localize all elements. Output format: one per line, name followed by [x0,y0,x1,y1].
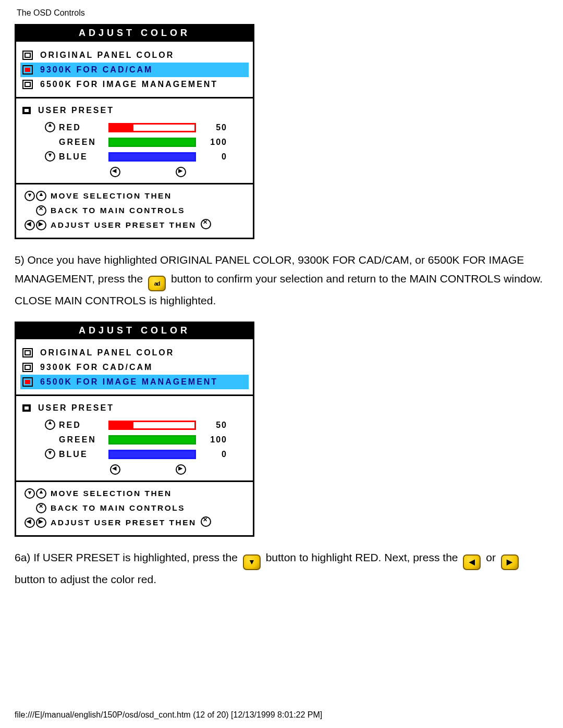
menu-option-9300k[interactable]: 9300K FOR CAD/CAM [20,63,249,77]
menu-option-6500k[interactable]: 6500K FOR IMAGE MANAGEMENT [20,77,249,92]
up-arrow-icon [36,488,46,499]
close-icon [201,516,211,527]
hint-adjust: ADJUST USER PRESET THEN [21,218,248,232]
channel-label: RED [56,123,108,132]
menu-option-original[interactable]: ORIGINAL PANEL COLOR [20,48,249,63]
close-icon [201,219,211,229]
green-value: 100 [201,435,227,445]
menu-label: USER PRESET [38,403,114,413]
right-arrow-icon [176,464,186,475]
red-value: 50 [201,123,227,132]
text: button to adjust the color red. [15,573,156,585]
box-icon [22,363,33,372]
right-arrow-icon [176,167,186,177]
close-icon [36,205,46,216]
menu-option-user-preset[interactable]: USER PRESET [20,401,249,415]
left-arrow-icon [110,167,120,177]
menu-label: ORIGINAL PANEL COLOR [40,348,174,357]
up-arrow-icon [44,419,56,431]
blue-value: 0 [201,450,227,459]
channel-label: GREEN [56,138,108,147]
menu-option-6500k[interactable]: 6500K FOR IMAGE MANAGEMENT [20,375,249,389]
ok-button-icon [148,276,166,291]
hint-back: BACK TO MAIN CONTROLS [21,501,248,515]
osd-panel-1: ADJUST COLOR ORIGINAL PANEL COLOR 9300K … [15,24,254,239]
down-arrow-icon [25,191,35,201]
channel-row-red: RED 50 [20,120,249,135]
hint-text: MOVE SELECTION THEN [51,191,172,201]
left-button-icon [463,554,481,570]
hint-adjust: ADJUST USER PRESET THEN [21,515,248,530]
down-arrow-icon [44,449,56,461]
page-header: The OSD Controls [15,6,548,24]
osd-panel-2: ADJUST COLOR ORIGINAL PANEL COLOR 9300K … [15,322,254,537]
red-value: 50 [201,421,227,430]
box-icon [22,107,31,114]
menu-label: ORIGINAL PANEL COLOR [40,51,174,60]
menu-label: USER PRESET [38,106,114,115]
down-arrow-icon [25,488,35,499]
menu-label: 6500K FOR IMAGE MANAGEMENT [40,377,218,387]
channel-row-blue: BLUE 0 [20,447,249,462]
hint-text: MOVE SELECTION THEN [51,489,172,498]
close-icon [36,503,46,513]
box-icon [22,51,33,60]
channel-row-green: GREEN 100 [20,135,249,150]
down-arrow-icon [44,151,56,163]
hint-text: BACK TO MAIN CONTROLS [51,503,185,513]
text: 6a) If USER PRESET is highlighted, press… [15,551,241,563]
hint-text: ADJUST USER PRESET THEN [51,220,197,230]
green-slider[interactable] [108,138,196,147]
instruction-step-6a: 6a) If USER PRESET is highlighted, press… [15,548,548,589]
menu-label: 9300K FOR CAD/CAM [40,65,153,75]
menu-option-original[interactable]: ORIGINAL PANEL COLOR [20,346,249,360]
osd-title: ADJUST COLOR [16,323,253,339]
channel-label: RED [56,421,108,430]
green-slider[interactable] [108,435,196,445]
channel-label: GREEN [56,435,108,445]
menu-option-9300k[interactable]: 9300K FOR CAD/CAM [20,360,249,375]
box-icon [22,404,31,412]
menu-label: 9300K FOR CAD/CAM [40,363,153,372]
blue-value: 0 [201,152,227,162]
hint-move: MOVE SELECTION THEN [21,486,248,501]
text: or [486,551,499,563]
channel-row-blue: BLUE 0 [20,150,249,164]
blue-slider[interactable] [108,450,196,459]
hint-back: BACK TO MAIN CONTROLS [21,203,248,218]
up-arrow-icon [44,122,56,134]
green-value: 100 [201,138,227,147]
text: button to highlight RED. Next, press the [266,551,461,563]
left-arrow-icon [25,220,35,230]
channel-label: BLUE [56,450,108,459]
down-button-icon [243,554,261,570]
osd-title: ADJUST COLOR [16,26,253,42]
box-icon [22,348,33,357]
box-selected-icon [22,65,33,75]
box-selected-icon [22,377,33,387]
left-arrow-icon [110,464,120,475]
right-button-icon [501,554,519,570]
channel-label: BLUE [56,152,108,162]
instruction-step-5: 5) Once you have highlighted ORIGINAL PA… [15,251,548,310]
right-arrow-icon [36,517,46,528]
red-slider[interactable] [108,123,196,132]
up-arrow-icon [36,191,46,201]
page-footer: file:///E|/manual/english/150P/osd/osd_c… [15,710,322,720]
blue-slider[interactable] [108,152,196,162]
menu-option-user-preset[interactable]: USER PRESET [20,104,249,117]
hint-text: BACK TO MAIN CONTROLS [51,206,185,215]
left-arrow-icon [25,517,35,528]
channel-row-green: GREEN 100 [20,433,249,447]
right-arrow-icon [36,220,46,230]
menu-label: 6500K FOR IMAGE MANAGEMENT [40,80,218,89]
hint-text: ADJUST USER PRESET THEN [51,518,197,527]
channel-row-red: RED 50 [20,418,249,433]
box-icon [22,80,33,89]
hint-move: MOVE SELECTION THEN [21,189,248,203]
red-slider[interactable] [108,421,196,430]
